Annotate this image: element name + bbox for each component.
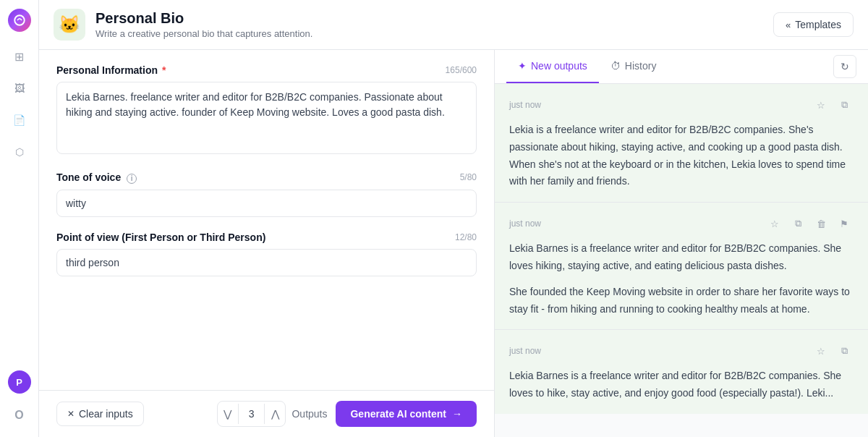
output-3-timestamp: just now [509, 346, 541, 356]
output-1-timestamp: just now [509, 100, 541, 110]
tone-of-voice-group: Tone of voice i 5/80 [56, 171, 477, 217]
output-2-timestamp: just now [509, 218, 541, 229]
personal-info-header: Personal Information * 165/600 [56, 64, 477, 76]
sidebar-bottom-icon[interactable]: O [7, 402, 33, 428]
sparkle-icon: ✦ [518, 60, 527, 72]
copy-button-3[interactable]: ⧉ [835, 341, 854, 360]
sidebar-item-layers[interactable]: ⬡ [7, 139, 33, 165]
header-left: 🐱 Personal Bio Write a creative personal… [54, 9, 312, 41]
templates-label: Templates [795, 19, 841, 30]
sidebar-item-home[interactable]: ⊞ [7, 43, 33, 69]
required-marker: * [162, 64, 166, 76]
sidebar-item-image[interactable]: 🖼 [7, 75, 33, 101]
right-panel-actions: ↻ [833, 55, 856, 78]
outputs-count: 3 [238, 404, 265, 424]
output-card-2-header: just now ☆ ⧉ 🗑 ⚑ [509, 214, 854, 233]
stepper-up-button[interactable]: ⋀ [265, 402, 285, 426]
content-area: Personal Information * 165/600 Lekia Bar… [39, 50, 868, 437]
personal-info-input[interactable]: Lekia Barnes. freelance writer and edito… [56, 82, 477, 154]
templates-button[interactable]: « Templates [773, 12, 854, 37]
page-title: Personal Bio [95, 10, 312, 27]
tab-new-outputs[interactable]: ✦ New outputs [506, 50, 599, 83]
outputs-control: ⋁ 3 ⋀ Outputs [217, 401, 328, 427]
arrow-right-icon: → [452, 408, 462, 420]
stepper-down-button[interactable]: ⋁ [218, 402, 238, 426]
tone-of-voice-header: Tone of voice i 5/80 [56, 171, 477, 184]
output-2-actions: ☆ ⧉ 🗑 ⚑ [765, 214, 854, 233]
tab-history-label: History [625, 60, 657, 72]
point-of-view-label: Point of view (First Person or Third Per… [56, 232, 265, 243]
clear-inputs-button[interactable]: ✕ Clear inputs [56, 402, 144, 426]
output-card-3-header: just now ☆ ⧉ [509, 341, 854, 360]
right-panel: ✦ New outputs ⏱ History ↻ just now [495, 50, 868, 437]
refresh-button[interactable]: ↻ [833, 55, 856, 78]
right-panel-tabs: ✦ New outputs ⏱ History ↻ [495, 50, 868, 84]
page-icon: 🐱 [54, 9, 85, 41]
output-1-actions: ☆ ⧉ [812, 96, 854, 114]
clock-icon: ⏱ [610, 60, 621, 72]
copy-button-1[interactable]: ⧉ [835, 96, 854, 114]
point-of-view-group: Point of view (First Person or Third Per… [56, 232, 477, 276]
output-3-paragraph-1: Lekia Barnes is a freelance writer and e… [509, 368, 854, 402]
sidebar-item-document[interactable]: 📄 [7, 107, 33, 133]
point-of-view-input[interactable] [56, 249, 477, 276]
sidebar: ⊞ 🖼 📄 ⬡ P O [0, 0, 39, 437]
personal-info-group: Personal Information * 165/600 Lekia Bar… [56, 64, 477, 157]
outputs-stepper: ⋁ 3 ⋀ [217, 401, 286, 427]
output-2-paragraph-2: She founded the Keep Moving website in o… [509, 284, 854, 318]
svg-point-0 [14, 15, 25, 25]
tone-of-voice-input[interactable] [56, 190, 477, 217]
output-card-3: just now ☆ ⧉ Lekia Barnes is a freelance… [495, 330, 868, 414]
tone-of-voice-label: Tone of voice i [56, 171, 137, 184]
generate-button[interactable]: Generate AI content → [336, 401, 477, 427]
tab-new-outputs-label: New outputs [531, 60, 587, 72]
delete-button-2[interactable]: 🗑 [812, 214, 830, 233]
app-logo[interactable] [8, 9, 31, 32]
star-button-2[interactable]: ☆ [765, 214, 784, 233]
output-1-text: Lekia is a freelance writer and editor f… [509, 122, 854, 190]
clear-label: Clear inputs [79, 408, 133, 420]
generate-label: Generate AI content [350, 408, 446, 420]
output-1-paragraph-1: Lekia is a freelance writer and editor f… [509, 122, 854, 190]
output-card-2: just now ☆ ⧉ 🗑 ⚑ Lekia Barnes is a freel… [495, 203, 868, 330]
header-titles: Personal Bio Write a creative personal b… [95, 10, 312, 39]
star-button-3[interactable]: ☆ [812, 341, 830, 360]
personal-info-counter: 165/600 [446, 65, 477, 75]
page-subtitle: Write a creative personal bio that captu… [95, 28, 312, 39]
star-button-1[interactable]: ☆ [812, 96, 830, 114]
main-wrapper: 🐱 Personal Bio Write a creative personal… [39, 0, 868, 437]
left-panel-footer: ✕ Clear inputs ⋁ 3 ⋀ Outputs Generate AI… [39, 390, 494, 437]
output-card-1: just now ☆ ⧉ Lekia is a freelance writer… [495, 84, 868, 203]
point-of-view-header: Point of view (First Person or Third Per… [56, 232, 477, 243]
point-of-view-counter: 12/80 [455, 232, 477, 242]
output-3-text: Lekia Barnes is a freelance writer and e… [509, 368, 854, 402]
flag-button-2[interactable]: ⚑ [835, 214, 854, 233]
app-header: 🐱 Personal Bio Write a creative personal… [39, 0, 868, 50]
personal-info-label: Personal Information * [56, 64, 166, 76]
output-2-paragraph-1: Lekia Barnes is a freelance writer and e… [509, 240, 854, 275]
tab-history[interactable]: ⏱ History [599, 50, 668, 83]
output-3-actions: ☆ ⧉ [812, 341, 854, 360]
copy-button-2[interactable]: ⧉ [788, 214, 807, 233]
info-icon[interactable]: i [127, 174, 137, 184]
left-panel-body: Personal Information * 165/600 Lekia Bar… [39, 50, 494, 390]
output-card-1-header: just now ☆ ⧉ [509, 96, 854, 114]
user-avatar[interactable]: P [8, 370, 31, 394]
chevrons-left-icon: « [786, 20, 791, 30]
tone-of-voice-counter: 5/80 [460, 172, 477, 182]
right-panel-body: just now ☆ ⧉ Lekia is a freelance writer… [495, 84, 868, 437]
output-2-text: Lekia Barnes is a freelance writer and e… [509, 240, 854, 318]
left-panel: Personal Information * 165/600 Lekia Bar… [39, 50, 495, 437]
outputs-label: Outputs [292, 408, 327, 420]
x-icon: ✕ [67, 409, 75, 419]
